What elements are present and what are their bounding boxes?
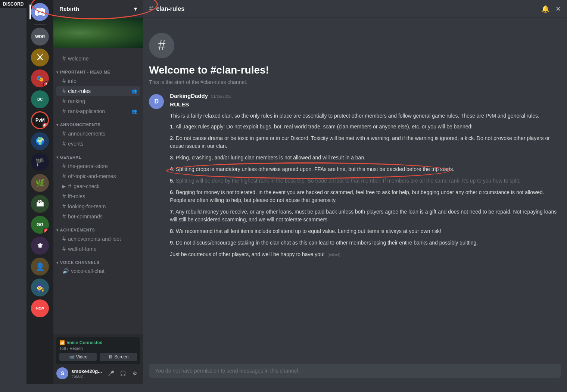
server-icon-golden[interactable]: ⚔: [31, 49, 49, 66]
server-wrapper-s13: 🧙: [31, 279, 49, 296]
channel-item-lft-roles[interactable]: # lft-roles: [56, 192, 140, 201]
rule-5: 5. Splitting will be done by the highest…: [170, 177, 561, 185]
screen-button[interactable]: 🖥 Screen: [100, 353, 137, 361]
server-icon-dark[interactable]: 🏴: [31, 153, 49, 171]
server-wrapper-gg: GG 8: [31, 216, 49, 234]
server-icon-red[interactable]: 🎭 1: [31, 69, 49, 87]
server-icon-s13[interactable]: 🧙: [31, 279, 49, 296]
rule-number-6: 6: [170, 189, 173, 195]
category-important[interactable]: IMPORTANT - READ ME: [53, 64, 143, 76]
message-author-name[interactable]: DarkingDaddy: [170, 93, 208, 99]
channel-hash-ranking: #: [62, 98, 66, 105]
server-icon-s8[interactable]: 🌿: [31, 174, 49, 192]
server-wrapper-red: 🎭 1: [31, 69, 49, 87]
rule-1: 1. All Jagex rules apply! Do not exploit…: [170, 123, 561, 131]
server-badge-gg: 8: [43, 228, 49, 234]
channel-hash-events: #: [62, 140, 66, 147]
channel-item-achievements-loot[interactable]: # achievements-and-loot: [56, 234, 140, 244]
edited-tag: (edited): [328, 253, 340, 257]
header-right: 🔔 ✕: [541, 5, 561, 13]
channel-item-rank-application[interactable]: # rank-application 👥: [56, 106, 140, 116]
channel-item-off-topic[interactable]: # off-topic-and-memes: [56, 171, 140, 181]
rule-number-7: 7: [170, 209, 173, 215]
server-icon-blue[interactable]: 🌍: [31, 132, 49, 150]
server-badge-red: 1: [43, 81, 49, 87]
channel-name-events: events: [68, 141, 83, 147]
message-text-darking: RULES This is a fairly relaxed clan, so …: [170, 100, 561, 258]
server-header[interactable]: Rebirth ▾: [53, 0, 143, 18]
settings-button[interactable]: ⚙: [130, 368, 140, 379]
voice-signal-icon: 📶: [59, 340, 65, 345]
category-announcements[interactable]: ANNOUNCEMENTS: [53, 116, 143, 128]
server-icon-new[interactable]: NEW: [31, 299, 49, 317]
channel-name-rank-application: rank-application: [68, 108, 105, 114]
server-badge-pvm: 40: [42, 122, 49, 129]
server-wrapper-dinky: DC: [31, 90, 49, 108]
channel-item-general-store[interactable]: # the-general-store: [56, 161, 140, 171]
channel-name-general-store: the-general-store: [68, 163, 108, 169]
close-icon[interactable]: ✕: [555, 5, 561, 13]
message-header-darking: DarkingDaddy 11/16/2018: [170, 93, 561, 99]
chat-input-area: You do not have permission to send messa…: [143, 364, 567, 384]
channel-user-icon-clan-rules: 👥: [131, 88, 137, 94]
server-icon-gg[interactable]: GG 8: [31, 216, 49, 234]
channel-item-announcements[interactable]: # announcements: [56, 129, 140, 139]
channel-hash-clan-rules: #: [62, 88, 66, 94]
video-icon: 📹: [69, 354, 75, 360]
welcome-subtitle: This is the start of the #clan-rules cha…: [149, 79, 561, 85]
server-icon-home[interactable]: [31, 3, 49, 21]
category-label-voice: VOICE CHANNELS: [60, 260, 99, 265]
channel-item-events[interactable]: # events: [56, 139, 140, 149]
channel-name-welcome: welcome: [68, 56, 88, 62]
welcome-hash-symbol: #: [158, 38, 165, 53]
server-icon-s11[interactable]: ⚜: [31, 237, 49, 255]
screen-icon: 🖥: [108, 354, 113, 360]
mute-button[interactable]: 🎤: [106, 368, 116, 379]
channel-name-announcements: announcements: [68, 131, 105, 137]
user-info-bar: S smoke420g... #5502 🎤 🎧 ⚙: [56, 366, 140, 381]
messages-container[interactable]: # Welcome to #clan-rules! This is the st…: [143, 18, 567, 364]
channel-sidebar: Rebirth ▾ # welcome IMPORTANT - READ ME …: [53, 0, 143, 384]
channel-item-ranking[interactable]: # ranking: [56, 96, 140, 106]
video-button[interactable]: 📹 Video: [59, 353, 97, 361]
rule-number-1: 1: [170, 124, 173, 130]
server-icon-forest[interactable]: 🏔: [31, 195, 49, 213]
channel-hash-lft-roles: #: [62, 193, 66, 200]
channel-item-voice-call-chat[interactable]: 🔊 voice-call-chat: [56, 267, 140, 276]
channel-item-info[interactable]: # info: [56, 76, 140, 86]
channel-name-wall-of-fame: wall-of-fame: [68, 246, 96, 252]
server-icon-s12[interactable]: 👤: [31, 258, 49, 276]
server-icon-wdr[interactable]: WDR: [31, 28, 49, 46]
server-divider: [34, 24, 46, 25]
category-label-achievements: ACHIEVEMENTS: [60, 228, 95, 232]
notification-bell-icon[interactable]: 🔔: [541, 5, 549, 13]
message-content-darking: DarkingDaddy 11/16/2018 RULES This is a …: [170, 93, 561, 258]
channel-item-wall-of-fame[interactable]: # wall-of-fame: [56, 244, 140, 254]
rule-7: 7. Any rebuild money you receive, or any…: [170, 208, 561, 224]
channel-hash-announcements: #: [62, 130, 66, 137]
server-banner: [53, 18, 143, 48]
server-wrapper-blue: 🌍: [31, 132, 49, 150]
server-icon-dinky[interactable]: DC: [31, 90, 49, 108]
channel-item-gear-check[interactable]: ▶ # gear-check: [56, 181, 140, 191]
channel-item-welcome[interactable]: # welcome: [56, 54, 140, 63]
category-general[interactable]: GENERAL: [53, 149, 143, 161]
server-icon-pvm[interactable]: PvM 40: [31, 111, 49, 129]
channel-item-bot-commands[interactable]: # bot-commands: [56, 212, 140, 221]
server-name: Rebirth: [59, 6, 79, 12]
category-achievements[interactable]: ACHIEVEMENTS: [53, 222, 143, 234]
message-avatar-darking: D: [149, 94, 164, 109]
welcome-title: Welcome to #clan-rules!: [149, 64, 561, 76]
category-voice[interactable]: VOICE CHANNELS: [53, 254, 143, 266]
server-wrapper-s8: 🌿: [31, 174, 49, 192]
voice-connected-text: Voice Connected: [66, 340, 102, 345]
video-label: Video: [76, 354, 87, 360]
rules-closing: Just be courteous of other players, and …: [170, 251, 561, 258]
channel-item-clan-rules[interactable]: # clan-rules 👥: [56, 86, 140, 96]
server-wrapper-wdr: WDR: [31, 28, 49, 46]
deafen-button[interactable]: 🎧: [118, 368, 128, 379]
voice-status: 📶 Voice Connected To8 / Rebirth 📹 Video …: [56, 337, 140, 364]
channel-name-achievements-loot: achievements-and-loot: [68, 236, 121, 242]
channel-item-looking-for-team[interactable]: # looking-for-team: [56, 202, 140, 211]
channel-hash-looking-for-team: #: [62, 203, 66, 210]
